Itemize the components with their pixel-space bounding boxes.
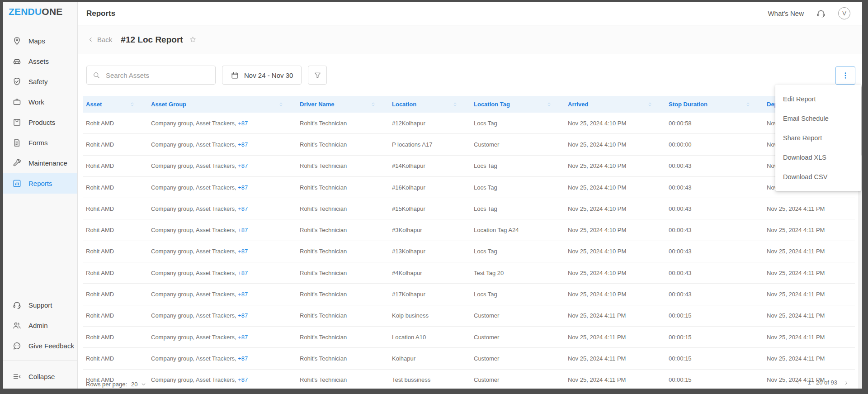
- cell-location-tag: Locs Tag: [474, 248, 568, 255]
- column-header-asset[interactable]: Asset: [83, 101, 151, 108]
- cell-driver-name: Rohit's Technician: [300, 162, 392, 169]
- cell-driver-name: Rohit's Technician: [300, 184, 392, 191]
- cell-stop-duration-text: 00:00:43: [669, 227, 692, 233]
- asset-group-more-link[interactable]: +87: [238, 248, 248, 255]
- support-icon: [12, 300, 22, 310]
- cell-departed-text: Nov 25, 2024 4:11 PM: [767, 248, 825, 255]
- date-range-button[interactable]: Nov 24 - Nov 30: [222, 66, 302, 85]
- cell-location-tag: Locs Tag: [474, 120, 568, 127]
- asset-group-more-link[interactable]: +87: [238, 312, 248, 319]
- sidebar-item-label: Maintenance: [28, 159, 67, 167]
- cell-asset-group: Company group, Asset Trackers, +87: [151, 376, 300, 383]
- cell-stop-duration: 00:00:43: [669, 184, 767, 191]
- asset-group-more-link[interactable]: +87: [238, 120, 248, 127]
- sort-icon[interactable]: [546, 101, 552, 108]
- search-input[interactable]: [105, 71, 210, 80]
- report-actions-button[interactable]: [835, 66, 855, 85]
- menu-item-edit-report[interactable]: Edit Report: [775, 89, 861, 109]
- cell-location-tag: Customer: [474, 312, 568, 319]
- rows-per-page-select[interactable]: 20: [131, 381, 146, 388]
- rows-per-page: Rows per page: 20: [86, 381, 147, 388]
- cell-stop-duration-text: 00:00:43: [669, 162, 692, 169]
- column-header-location-tag[interactable]: Location Tag: [474, 101, 568, 108]
- cell-arrived: Nov 25, 2024 4:10 PM: [568, 120, 669, 127]
- cell-driver-name: Rohit's Technician: [300, 270, 392, 276]
- asset-group-more-link[interactable]: +87: [238, 334, 248, 341]
- menu-item-share-report[interactable]: Share Report: [775, 128, 861, 147]
- sort-icon[interactable]: [646, 101, 653, 108]
- column-header-arrived[interactable]: Arrived: [568, 101, 669, 108]
- asset-group-text: Company group, Asset Trackers,: [151, 248, 236, 255]
- menu-item-download-xls[interactable]: Download XLS: [775, 147, 861, 167]
- forms-icon: [12, 138, 22, 147]
- asset-group-more-link[interactable]: +87: [238, 270, 248, 276]
- sidebar-item-maps[interactable]: Maps: [3, 31, 77, 51]
- toolbar: Nov 24 - Nov 30: [78, 54, 862, 96]
- sidebar-item-assets[interactable]: Assets: [3, 51, 77, 71]
- support-headset-button[interactable]: [816, 9, 826, 19]
- cell-departed-text: Nov 25, 2024 4:11 PM: [767, 205, 825, 212]
- cell-location-tag-text: Locs Tag: [474, 162, 497, 169]
- menu-item-download-csv[interactable]: Download CSV: [775, 167, 861, 186]
- cell-arrived-text: Nov 25, 2024 4:10 PM: [568, 291, 626, 298]
- cell-asset: Rohit AMD: [83, 227, 151, 233]
- asset-group-more-link[interactable]: +87: [238, 291, 248, 298]
- cell-asset-group: Company group, Asset Trackers, +87: [151, 120, 300, 127]
- back-button[interactable]: Back: [87, 36, 112, 43]
- sort-icon[interactable]: [745, 101, 751, 108]
- filter-button[interactable]: [308, 66, 327, 85]
- table-row: Rohit AMDCompany group, Asset Trackers, …: [83, 284, 855, 305]
- asset-group-more-link[interactable]: +87: [238, 162, 248, 169]
- avatar[interactable]: V: [838, 7, 850, 19]
- column-label: Location: [392, 101, 416, 108]
- asset-group-more-link[interactable]: +87: [238, 227, 248, 233]
- table-body: Rohit AMDCompany group, Asset Trackers, …: [83, 113, 855, 389]
- sidebar-footer: SupportAdminGive Feedback Collapse: [3, 295, 77, 389]
- section-title: Reports: [86, 9, 115, 18]
- cell-location-text: #3Kolhapur: [392, 227, 422, 233]
- cell-arrived: Nov 25, 2024 4:10 PM: [568, 205, 669, 212]
- table-row: Rohit AMDCompany group, Asset Trackers, …: [83, 113, 855, 134]
- sidebar-item-admin[interactable]: Admin: [3, 315, 77, 336]
- sidebar-item-safety[interactable]: Safety: [3, 71, 77, 92]
- asset-group-more-link[interactable]: +87: [238, 141, 248, 148]
- sidebar-item-collapse[interactable]: Collapse: [3, 366, 77, 387]
- sidebar-item-support[interactable]: Support: [3, 295, 77, 315]
- sort-icon[interactable]: [129, 101, 136, 108]
- sidebar-item-work[interactable]: Work: [3, 92, 77, 112]
- asset-group-more-link[interactable]: +87: [238, 184, 248, 191]
- column-header-asset-group[interactable]: Asset Group: [151, 101, 300, 108]
- whats-new-link[interactable]: What's New: [768, 9, 804, 17]
- column-header-driver-name[interactable]: Driver Name: [300, 101, 392, 108]
- sort-icon[interactable]: [278, 101, 284, 108]
- asset-group-more-link[interactable]: +87: [238, 355, 248, 362]
- next-page-button[interactable]: [843, 380, 849, 386]
- prev-page-button[interactable]: [795, 380, 802, 386]
- cell-stop-duration-text: 00:00:15: [669, 334, 692, 341]
- column-header-location[interactable]: Location: [392, 101, 474, 108]
- cell-driver-name-text: Rohit's Technician: [300, 120, 347, 127]
- maps-icon: [12, 36, 22, 46]
- menu-item-email-schedule[interactable]: Email Schedule: [775, 109, 861, 128]
- cell-location: Kolhapur: [392, 355, 474, 362]
- sort-icon[interactable]: [452, 101, 458, 108]
- sidebar-item-give-feedback[interactable]: Give Feedback: [3, 336, 77, 356]
- sidebar-item-maintenance[interactable]: Maintenance: [3, 153, 77, 173]
- sort-icon[interactable]: [370, 101, 377, 108]
- sidebar-item-reports[interactable]: Reports: [3, 173, 77, 194]
- asset-group-more-link[interactable]: +87: [238, 205, 248, 212]
- table-row: Rohit AMDCompany group, Asset Trackers, …: [83, 156, 855, 177]
- asset-group-more-link[interactable]: +87: [238, 376, 248, 383]
- avatar-initial: V: [842, 10, 846, 17]
- column-header-stop-duration[interactable]: Stop Duration: [669, 101, 767, 108]
- search-box: [86, 66, 216, 85]
- sidebar-item-forms[interactable]: Forms: [3, 133, 77, 153]
- cell-arrived: Nov 25, 2024 4:10 PM: [568, 291, 669, 298]
- cell-asset-text: Rohit AMD: [86, 120, 114, 127]
- sidebar-item-products[interactable]: Products: [3, 112, 77, 133]
- cell-stop-duration-text: 00:00:43: [669, 184, 692, 191]
- cell-stop-duration: 00:00:15: [669, 376, 767, 383]
- cell-location-text: #4Kolhapur: [392, 270, 422, 276]
- cell-location-tag-text: Location Tag A24: [474, 227, 519, 233]
- favorite-star-icon[interactable]: [189, 35, 197, 44]
